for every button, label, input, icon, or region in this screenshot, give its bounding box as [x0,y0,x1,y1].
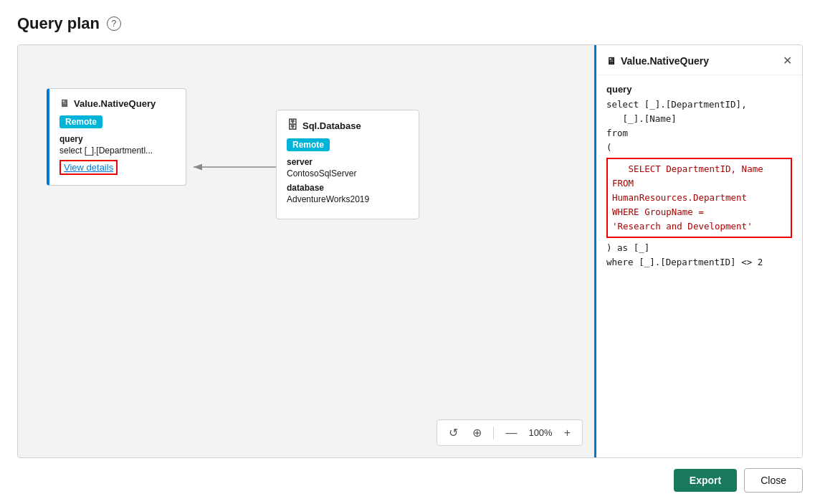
zoom-level: 100% [528,427,552,438]
export-button[interactable]: Export [674,469,737,492]
detail-panel-close-button[interactable]: ✕ [783,54,792,67]
close-button[interactable]: Close [744,468,803,493]
native-query-header: 🖥 Value.NativeQuery [59,98,176,109]
sql-database-server-value: ContosoSqlServer [287,168,409,179]
sql-database-server-label: server [287,157,409,167]
sql-database-db-value: AdventureWorks2019 [287,194,409,204]
dialog-title: Query plan [17,14,100,33]
detail-panel-icon: 🖥 [606,55,616,67]
detail-panel-title: 🖥 Value.NativeQuery [606,55,709,67]
detail-panel-header: 🖥 Value.NativeQuery ✕ [596,45,802,75]
view-details-link[interactable]: View details [59,160,118,175]
dialog-footer: Export Close [17,458,803,493]
native-query-icon: 🖥 [59,98,70,109]
zoom-minus-button[interactable]: — [502,425,520,441]
move-button[interactable]: ⊕ [469,424,485,441]
toolbar-divider [493,427,494,439]
native-query-node[interactable]: 🖥 Value.NativeQuery Remote query select … [47,88,186,186]
connector-arrow [186,156,280,178]
dialog-header: Query plan ? [17,14,803,33]
sql-database-header: 🗄 Sql.Database [287,119,409,132]
sql-database-badge: Remote [287,138,330,151]
native-query-value: select [_].[Departmentl... [59,146,176,156]
detail-query-code-after: ) as [_] where [_].[DepartmentID] <> 2 [606,241,792,270]
sql-database-db-label: database [287,183,409,193]
detail-query-highlighted: SELECT DepartmentID, Name FROM HumanReso… [606,158,792,238]
sql-database-node[interactable]: 🗄 Sql.Database Remote server ContosoSqlS… [276,110,419,219]
canvas-toolbar: ↺ ⊕ — 100% + [437,419,583,446]
native-query-label: query [59,134,176,144]
canvas-area[interactable]: 🖥 Value.NativeQuery Remote query select … [18,45,594,457]
sql-database-icon: 🗄 [287,119,298,132]
detail-query-label: query [606,84,792,95]
native-query-badge: Remote [59,115,102,128]
detail-panel: 🖥 Value.NativeQuery ✕ query select [_].[… [594,45,802,457]
native-query-title: Value.NativeQuery [74,98,156,109]
detail-query-code-before: select [_].[DepartmentID], [_].[Name] fr… [606,98,792,155]
reset-button[interactable]: ↺ [446,424,461,441]
detail-panel-body: query select [_].[DepartmentID], [_].[Na… [596,75,802,278]
zoom-plus-button[interactable]: + [561,425,573,441]
sql-database-title: Sql.Database [302,120,361,131]
main-content: 🖥 Value.NativeQuery Remote query select … [17,44,803,458]
help-icon[interactable]: ? [107,16,121,31]
